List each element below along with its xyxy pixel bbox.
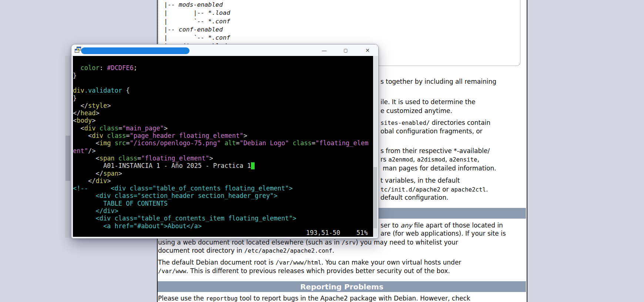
terminal-row: TABLE OF CONTENTS	[73, 200, 168, 207]
page-text-line: The default Debian document root is /var…	[158, 259, 461, 266]
terminal-row: <div class="table_of_contents_item float…	[73, 215, 296, 222]
terminal-screen[interactable]: -- INSERT -- 193,51-50 51% color: #DCDFE…	[73, 56, 373, 237]
terminal-row: color: #DCDFE6;	[73, 64, 137, 72]
scrollbar-thumb[interactable]	[66, 136, 70, 181]
page-text-line: ile. It is used to determine the	[380, 98, 475, 106]
terminal-row: <div class="section_header section_heade…	[73, 192, 278, 199]
terminal-row: <div class="page_header floating_element…	[73, 132, 247, 139]
cursor-position: 193,51-50	[306, 229, 340, 236]
page-text-line: /var/www. This is different to previous …	[158, 267, 450, 275]
window-title-redaction	[81, 47, 189, 54]
vim-cursor	[251, 162, 255, 169]
terminal-row: <img src="/icons/openlogo-75.png" alt="D…	[73, 139, 369, 147]
terminal-row: </span>	[73, 170, 122, 177]
terminal-row: <a href="#about">About</a>	[73, 222, 202, 230]
terminal-row: div.validator {	[73, 87, 130, 94]
page-text-line: e customized anytime.	[380, 107, 452, 115]
scroll-percent: 51%	[356, 229, 368, 236]
terminal-row: }	[73, 94, 77, 102]
terminal-row: <body>	[73, 117, 95, 124]
page-text-line: document root directory in /etc/apache2/…	[158, 247, 334, 254]
page-text-line: obal configuration fragments, or	[380, 127, 483, 135]
tree-line: | `-- *.conf	[164, 17, 230, 26]
close-button[interactable]: ✕	[360, 45, 375, 55]
terminal-row: </style>	[73, 102, 111, 109]
page-text-line: ser to any file apart of those located i…	[380, 222, 503, 229]
insert-mode-indicator: -- INSERT --	[103, 236, 149, 237]
page-text-line: t variables, in the default	[380, 177, 460, 184]
page-text-line: s from their respective *-available/	[380, 147, 490, 155]
terminal-titlebar[interactable]: — ▢ ✕	[71, 44, 378, 56]
terminal-row: A01-INSTANCIA 1 - Año 2025 - Practica 1	[73, 162, 255, 169]
page-text-line: default configuration.	[380, 194, 448, 201]
terminal-row: </div>	[73, 207, 118, 215]
screen: |-- mods-enabled| |-- *.load| `-- *.conf…	[0, 0, 644, 302]
page-text-line: Please use the reportbug tool to report …	[158, 295, 470, 302]
terminal-row: <span class="floating_element">	[73, 155, 213, 162]
vim-statusline: -- INSERT -- 193,51-50 51%	[73, 229, 373, 237]
terminal-row: <!-- <div class="table_of_contents float…	[73, 185, 293, 192]
terminal-row: </div>	[73, 177, 111, 185]
page-text-line: man pages for detailed information.	[383, 165, 496, 172]
terminal-scrollbar[interactable]	[373, 56, 378, 237]
page-text-line: s together by including all remaining	[380, 78, 496, 85]
page-text-line: rs a2enmod, a2dismod, a2ensite,	[380, 156, 479, 163]
terminal-row: ent"/>	[73, 147, 95, 155]
tree-line: |-- mods-enabled	[164, 1, 223, 9]
minimize-button[interactable]: —	[317, 45, 332, 55]
putty-icon	[75, 47, 81, 53]
terminal-row: }	[73, 72, 77, 79]
terminal-row: </head>	[73, 109, 100, 117]
terminal-scrollbar-thumb[interactable]	[373, 167, 377, 228]
maximize-button[interactable]: ▢	[338, 45, 353, 55]
tree-line: |-- conf-enabled	[164, 26, 223, 34]
page-text-line: tc/init.d/apache2 or apache2ctl.	[380, 186, 488, 193]
tree-line: | `-- *.conf	[164, 34, 230, 42]
tree-line: | |-- *.load	[164, 9, 230, 17]
terminal-row: <div class="main_page">	[73, 125, 168, 132]
reporting-problems-header: Reporting Problems	[158, 281, 526, 292]
page-text-line: using a web document root located elsewh…	[158, 239, 458, 246]
scrollbar-left[interactable]	[65, 56, 71, 238]
page-text-line: sites-enabled/ directories contain	[380, 119, 490, 126]
terminal-window: — ▢ ✕ -- INSERT -- 193,51-50 51% color: …	[71, 44, 379, 239]
page-text-line: are (for web applications). If your site…	[380, 230, 506, 237]
